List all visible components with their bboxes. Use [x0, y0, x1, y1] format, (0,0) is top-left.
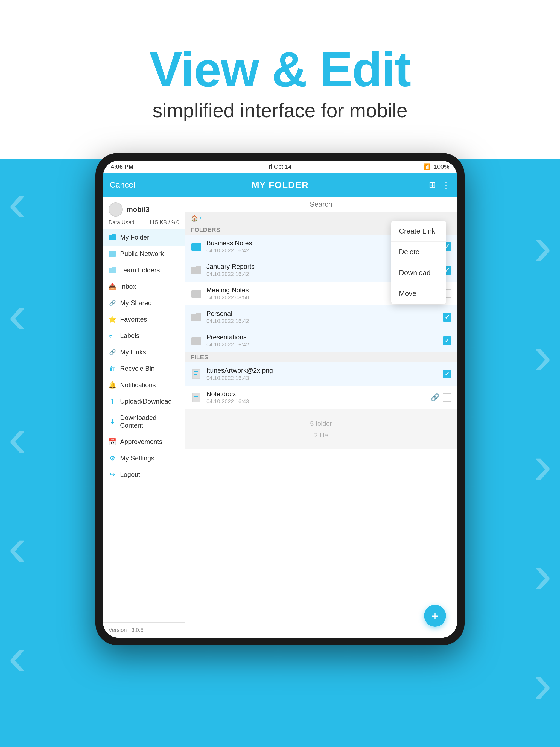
search-bar [185, 197, 457, 212]
svg-rect-7 [194, 397, 197, 398]
sidebar-item-downloaded-content[interactable]: ⬇ Downloaded Content [103, 410, 185, 434]
file-icon-itunes [190, 368, 202, 380]
battery-text: 100% [434, 163, 449, 170]
deco-chevron-9: › [533, 547, 552, 601]
avatar [108, 202, 123, 216]
deco-chevron-10: › [533, 656, 552, 711]
sidebar-item-my-links[interactable]: 🔗 My Links [103, 344, 185, 360]
data-used-value: 115 KB / %0 [149, 219, 179, 226]
downloaded-content-icon: ⬇ [108, 418, 116, 426]
sidebar-item-team-folders[interactable]: Team Folders [103, 262, 185, 278]
breadcrumb-separator: / [200, 215, 201, 222]
sidebar-item-my-links-label: My Links [120, 349, 146, 356]
sidebar-footer: Version : 3.0.5 [103, 622, 185, 638]
sidebar-item-recycle-bin[interactable]: 🗑 Recycle Bin [103, 360, 185, 377]
deco-chevron-7: › [533, 328, 552, 383]
sidebar-item-labels-label: Labels [120, 332, 139, 340]
headline: View & Edit [150, 42, 411, 97]
context-menu-delete[interactable]: Delete [391, 242, 446, 262]
files-section-label: FILES [185, 353, 457, 362]
sidebar-item-recycle-bin-label: Recycle Bin [120, 365, 155, 372]
wifi-icon: 📶 [423, 163, 431, 170]
folder-icon [108, 233, 116, 241]
sidebar-item-approvements[interactable]: 📅 Approvements [103, 434, 185, 450]
sidebar-header: mobil3 Data Used 115 KB / %0 [103, 197, 185, 229]
folder-icon-january-reports [190, 264, 202, 276]
deco-chevron-8: › [533, 437, 552, 492]
deco-chevron-2: ‹ [8, 287, 27, 342]
folder-name-personal: Personal [206, 310, 439, 317]
content-area: 🏠 / FOLDERS [185, 197, 457, 638]
sidebar-item-favorites[interactable]: ⭐ Favorites [103, 311, 185, 328]
data-used-label: Data Used [108, 219, 134, 226]
file-checkbox-itunes[interactable] [443, 370, 452, 379]
file-link-note-icon: 🔗 [431, 393, 439, 402]
context-menu-move[interactable]: Move [391, 283, 446, 304]
folder-date-personal: 04.10.2022 16:42 [206, 318, 439, 324]
file-item-note[interactable]: Note.docx 04.10.2022 16:43 🔗 [185, 386, 457, 409]
folder-checkbox-personal[interactable] [443, 313, 452, 321]
approvements-icon: 📅 [108, 438, 116, 446]
sidebar-item-public-network[interactable]: Public Network [103, 246, 185, 262]
folder-icon-meeting-notes [190, 288, 202, 300]
grid-view-icon[interactable]: ⊞ [429, 180, 436, 190]
main-layout: mobil3 Data Used 115 KB / %0 [103, 197, 457, 638]
deco-chevron-4: ‹ [8, 519, 27, 574]
status-bar: 4:06 PM Fri Oct 14 📶 100% [103, 161, 457, 173]
sidebar-item-inbox[interactable]: 📥 Inbox [103, 278, 185, 295]
top-section: View & Edit simplified interface for mob… [0, 0, 560, 159]
context-menu-create-link[interactable]: Create Link [391, 221, 446, 242]
file-info-itunes: ItunesArtwork@2x.png 04.10.2022 16:43 [206, 367, 439, 381]
deco-chevron-5: ‹ [8, 629, 27, 684]
file-date-note: 04.10.2022 16:43 [206, 398, 427, 405]
sidebar-item-upload-download-label: Upload/Download [120, 397, 172, 405]
file-item-itunes[interactable]: ItunesArtwork@2x.png 04.10.2022 16:43 [185, 362, 457, 386]
search-input[interactable] [190, 200, 452, 209]
sidebar-item-upload-download[interactable]: ⬆ Upload/Download [103, 393, 185, 410]
svg-rect-2 [194, 373, 198, 373]
sidebar-item-labels[interactable]: 🏷 Labels [103, 328, 185, 344]
subheadline: simplified interface for mobile [153, 99, 407, 122]
file-checkbox-note[interactable] [443, 393, 452, 402]
folder-item-personal[interactable]: Personal 04.10.2022 16:42 [185, 305, 457, 329]
tablet-screen: 4:06 PM Fri Oct 14 📶 100% Cancel MY FOLD… [103, 161, 457, 638]
file-name-note: Note.docx [206, 390, 427, 398]
sidebar-user: mobil3 [108, 202, 179, 216]
folder-icon-presentations [190, 335, 202, 346]
deco-chevron-6: › [533, 219, 552, 274]
sidebar-item-approvements-label: Approvements [120, 438, 162, 446]
sidebar-item-inbox-label: Inbox [120, 283, 136, 290]
context-menu-download[interactable]: Download [391, 262, 446, 283]
upload-download-icon: ⬆ [108, 397, 116, 405]
deco-chevron-1: ‹ [8, 175, 27, 230]
file-icon-note [190, 392, 202, 403]
deco-chevron-3: ‹ [8, 410, 27, 465]
sidebar-item-my-shared-label: My Shared [120, 299, 152, 307]
app-bar-title: MY FOLDER [252, 180, 309, 190]
status-time: 4:06 PM [111, 163, 133, 170]
cancel-button[interactable]: Cancel [110, 180, 143, 189]
folder-icon-personal [190, 311, 202, 323]
team-folders-icon [108, 266, 116, 274]
app-bar-icons: ⊞ ⋮ [429, 180, 450, 190]
sidebar: mobil3 Data Used 115 KB / %0 [103, 197, 185, 638]
folder-info-personal: Personal 04.10.2022 16:42 [206, 310, 439, 324]
sidebar-item-notifications[interactable]: 🔔 Notifications [103, 377, 185, 393]
sidebar-item-notifications-label: Notifications [120, 381, 156, 389]
folder-item-presentations[interactable]: Presentations 04.10.2022 16:42 [185, 329, 457, 353]
sidebar-item-my-settings[interactable]: ⚙ My Settings [103, 450, 185, 466]
folder-date-presentations: 04.10.2022 16:42 [206, 341, 439, 348]
folder-checkbox-presentations[interactable] [443, 336, 452, 345]
svg-rect-6 [194, 396, 198, 397]
more-options-icon[interactable]: ⋮ [441, 180, 450, 190]
home-icon[interactable]: 🏠 [190, 215, 198, 222]
sidebar-item-my-shared[interactable]: 🔗 My Shared [103, 295, 185, 311]
settings-icon: ⚙ [108, 455, 116, 462]
sidebar-item-logout[interactable]: ↪ Logout [103, 466, 185, 483]
folder-info-presentations: Presentations 04.10.2022 16:42 [206, 333, 439, 348]
logout-icon: ↪ [108, 471, 116, 479]
favorites-icon: ⭐ [108, 315, 116, 323]
fab-add-button[interactable]: + [424, 605, 446, 627]
sidebar-item-my-folder-label: My Folder [120, 233, 149, 241]
sidebar-item-my-folder[interactable]: My Folder [103, 229, 185, 246]
